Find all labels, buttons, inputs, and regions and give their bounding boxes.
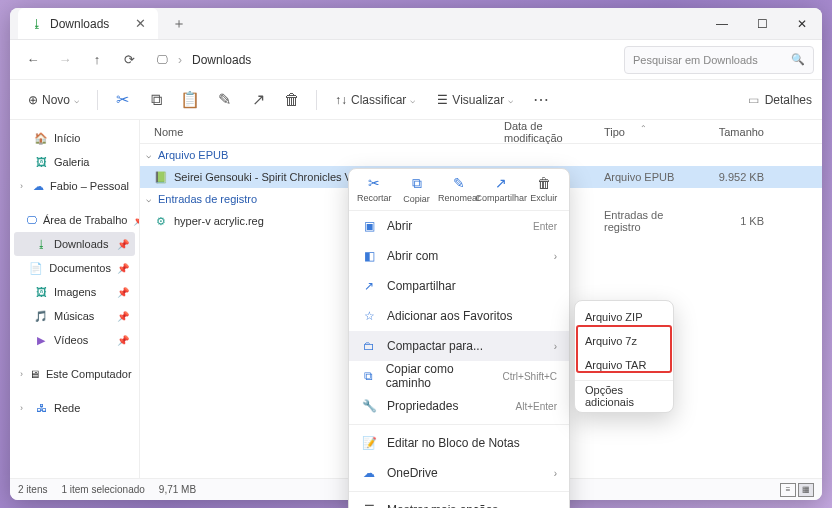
gallery-icon: 🖼 (34, 155, 48, 169)
folder-icon: 🗀 (361, 339, 377, 353)
ctx-delete[interactable]: 🗑Excluir (524, 175, 564, 204)
cut-icon[interactable]: ✂ (108, 86, 136, 114)
cloud-icon: ☁ (33, 179, 45, 193)
sort-icon: ↑↓ (335, 93, 347, 107)
copy-icon[interactable]: ⧉ (142, 86, 170, 114)
pc-icon: 🖵 (156, 53, 168, 67)
view-icon: ☰ (437, 93, 448, 107)
ctx-favorite[interactable]: ☆Adicionar aos Favoritos (349, 301, 569, 331)
plus-icon: ⊕ (28, 93, 38, 107)
submenu-more[interactable]: Opções adicionais (575, 384, 673, 408)
openwith-icon: ◧ (361, 249, 377, 263)
sidebar-downloads[interactable]: ⭳Downloads📌 (14, 232, 135, 256)
epub-icon: 📗 (154, 170, 168, 184)
submenu-tar[interactable]: Arquivo TAR (575, 353, 673, 377)
compress-submenu: Arquivo ZIP Arquivo 7z Arquivo TAR Opçõe… (574, 300, 674, 413)
minimize-button[interactable]: — (702, 8, 742, 40)
share-icon: ↗ (361, 279, 377, 293)
pin-icon: 📌 (117, 263, 129, 274)
col-size[interactable]: Tamanho (694, 126, 764, 138)
sidebar-home[interactable]: 🏠Início (14, 126, 135, 150)
ctx-copy-path[interactable]: ⧉Copiar como caminhoCtrl+Shift+C (349, 361, 569, 391)
ctx-properties[interactable]: 🔧PropriedadesAlt+Enter (349, 391, 569, 421)
ctx-open-with[interactable]: ◧Abrir com› (349, 241, 569, 271)
pc-icon: 🖥 (29, 367, 40, 381)
forward-button[interactable]: → (50, 46, 80, 74)
new-button[interactable]: ⊕ Novo ⌵ (20, 86, 87, 114)
ctx-open[interactable]: ▣AbrirEnter (349, 211, 569, 241)
back-button[interactable]: ← (18, 46, 48, 74)
share-icon: ↗ (495, 175, 507, 191)
path-icon: ⧉ (361, 369, 376, 383)
ctx-share-item[interactable]: ↗Compartilhar (349, 271, 569, 301)
search-input[interactable]: Pesquisar em Downloads 🔍 (624, 46, 814, 74)
rename-icon[interactable]: ✎ (210, 86, 238, 114)
sidebar-desktop[interactable]: 🖵Área de Trabalho📌 (14, 208, 135, 232)
col-date[interactable]: Data de modificação (504, 120, 604, 144)
ctx-share[interactable]: ↗Compartilhar (481, 175, 521, 204)
tab-close-button[interactable]: ✕ (135, 16, 146, 31)
status-selected: 1 item selecionado (61, 484, 144, 495)
ctx-more[interactable]: ☰Mostrar mais opções (349, 495, 569, 508)
notepad-icon: 📝 (361, 436, 377, 450)
tab-downloads[interactable]: ⭳ Downloads ✕ (18, 8, 158, 39)
refresh-button[interactable]: ⟳ (114, 46, 144, 74)
sort-button[interactable]: ↑↓ Classificar ⌵ (327, 86, 423, 114)
ctx-compress[interactable]: 🗀Compactar para...› (349, 331, 569, 361)
ctx-rename[interactable]: ✎Renomear (439, 175, 479, 204)
window-controls: — ☐ ✕ (702, 8, 822, 40)
pin-icon: 📌 (117, 335, 129, 346)
star-icon: ☆ (361, 309, 377, 323)
toolbar: ⊕ Novo ⌵ ✂ ⧉ 📋 ✎ ↗ 🗑 ↑↓ Classificar ⌵ ☰ … (10, 80, 822, 120)
maximize-button[interactable]: ☐ (742, 8, 782, 40)
view-grid-button[interactable]: ▦ (798, 483, 814, 497)
group-epub[interactable]: ⌵Arquivo EPUB (140, 144, 822, 166)
delete-icon[interactable]: 🗑 (278, 86, 306, 114)
ctx-onedrive[interactable]: ☁OneDrive› (349, 458, 569, 488)
view-list-button[interactable]: ≡ (780, 483, 796, 497)
close-button[interactable]: ✕ (782, 8, 822, 40)
download-icon: ⭳ (30, 17, 44, 31)
pin-icon: 📌 (133, 215, 140, 226)
ctx-copy[interactable]: ⧉Copiar (397, 175, 437, 204)
sidebar-music[interactable]: 🎵Músicas📌 (14, 304, 135, 328)
ctx-notepad[interactable]: 📝Editar no Bloco de Notas (349, 428, 569, 458)
details-icon: ▭ (748, 93, 759, 107)
reg-icon: ⚙ (154, 214, 168, 228)
sidebar-videos[interactable]: ▶Vídeos📌 (14, 328, 135, 352)
details-button[interactable]: ▭ Detalhes (748, 93, 812, 107)
chevron-right-icon: › (554, 468, 557, 479)
paste-icon[interactable]: 📋 (176, 86, 204, 114)
view-button[interactable]: ☰ Visualizar ⌵ (429, 86, 521, 114)
chevron-right-icon: › (554, 341, 557, 352)
more-button[interactable]: ⋯ (527, 86, 555, 114)
wrench-icon: 🔧 (361, 399, 377, 413)
sidebar-pictures[interactable]: 🖼Imagens📌 (14, 280, 135, 304)
sidebar-user[interactable]: ›☁Fabio – Pessoal (14, 174, 135, 198)
column-headers: Nome Data de modificação Tipo⌃ Tamanho (140, 120, 822, 144)
sidebar-network[interactable]: ›🖧Rede (14, 396, 135, 420)
sidebar-thispc[interactable]: ›🖥Este Computador (14, 362, 135, 386)
breadcrumb[interactable]: 🖵 › Downloads (146, 46, 622, 74)
col-name[interactable]: Nome (154, 126, 504, 138)
file-type: Arquivo EPUB (604, 171, 694, 183)
delete-icon: 🗑 (537, 175, 551, 191)
submenu-7z[interactable]: Arquivo 7z (575, 329, 673, 353)
sidebar-gallery[interactable]: 🖼Galeria (14, 150, 135, 174)
file-name: hyper-v acrylic.reg (174, 215, 264, 227)
up-button[interactable]: ↑ (82, 46, 112, 74)
chevron-right-icon: › (554, 251, 557, 262)
ctx-cut[interactable]: ✂Recortar (354, 175, 394, 204)
pin-icon: 📌 (117, 311, 129, 322)
video-icon: ▶ (34, 333, 48, 347)
sidebar-documents[interactable]: 📄Documentos📌 (14, 256, 135, 280)
new-tab-button[interactable]: ＋ (172, 15, 186, 33)
file-size: 1 KB (694, 215, 764, 227)
nav-row: ← → ↑ ⟳ 🖵 › Downloads Pesquisar em Downl… (10, 40, 822, 80)
open-icon: ▣ (361, 219, 377, 233)
pictures-icon: 🖼 (34, 285, 48, 299)
breadcrumb-item[interactable]: Downloads (192, 53, 251, 67)
submenu-zip[interactable]: Arquivo ZIP (575, 305, 673, 329)
col-type[interactable]: Tipo⌃ (604, 126, 694, 138)
share-icon[interactable]: ↗ (244, 86, 272, 114)
